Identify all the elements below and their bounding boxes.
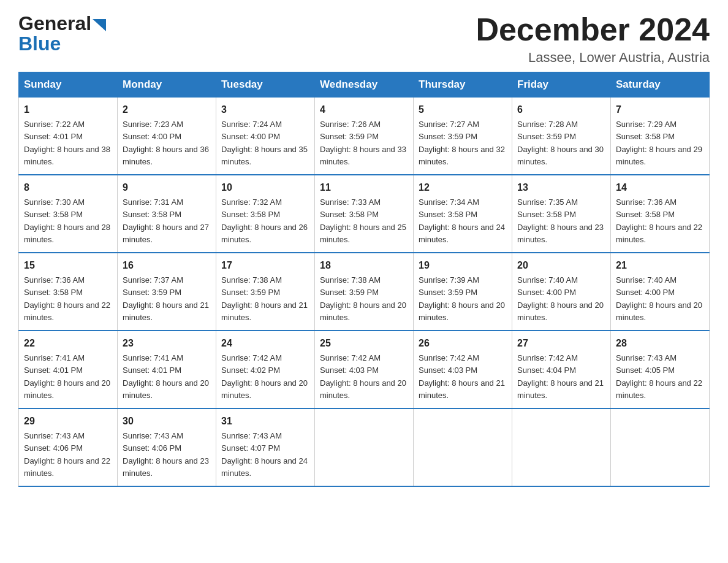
calendar-day-cell: 10 Sunrise: 7:32 AMSunset: 3:58 PMDaylig… (216, 175, 315, 253)
svg-marker-0 (93, 19, 106, 31)
day-number: 10 (221, 180, 309, 195)
logo-blue-text: Blue (18, 33, 61, 55)
day-number: 2 (123, 102, 211, 117)
day-number: 7 (616, 102, 704, 117)
logo: General Blue (18, 12, 106, 55)
day-number: 17 (221, 258, 309, 273)
day-number: 6 (517, 102, 605, 117)
calendar-week-row: 1 Sunrise: 7:22 AMSunset: 4:01 PMDayligh… (19, 98, 710, 175)
day-number: 14 (616, 180, 704, 195)
weekday-header-monday: Monday (118, 72, 216, 98)
day-info: Sunrise: 7:38 AMSunset: 3:59 PMDaylight:… (320, 275, 406, 322)
calendar-day-cell: 1 Sunrise: 7:22 AMSunset: 4:01 PMDayligh… (19, 98, 118, 175)
calendar-day-cell: 3 Sunrise: 7:24 AMSunset: 4:00 PMDayligh… (216, 98, 315, 175)
day-info: Sunrise: 7:43 AMSunset: 4:06 PMDaylight:… (123, 431, 209, 478)
day-number: 30 (123, 414, 211, 429)
calendar-day-cell (611, 408, 710, 486)
calendar-week-row: 29 Sunrise: 7:43 AMSunset: 4:06 PMDaylig… (19, 408, 710, 486)
month-title: December 2024 (476, 12, 710, 47)
calendar-day-cell: 16 Sunrise: 7:37 AMSunset: 3:59 PMDaylig… (118, 253, 216, 331)
day-number: 18 (320, 258, 408, 273)
day-info: Sunrise: 7:38 AMSunset: 3:59 PMDaylight:… (221, 275, 308, 322)
day-info: Sunrise: 7:26 AMSunset: 3:59 PMDaylight:… (320, 120, 406, 166)
calendar-day-cell: 20 Sunrise: 7:40 AMSunset: 4:00 PMDaylig… (512, 253, 611, 331)
day-number: 9 (123, 180, 211, 195)
day-number: 20 (517, 258, 605, 273)
day-number: 11 (320, 180, 408, 195)
day-info: Sunrise: 7:43 AMSunset: 4:06 PMDaylight:… (24, 431, 110, 478)
day-number: 23 (123, 336, 211, 351)
day-number: 3 (221, 102, 309, 117)
calendar-week-row: 22 Sunrise: 7:41 AMSunset: 4:01 PMDaylig… (19, 331, 710, 408)
calendar-day-cell: 28 Sunrise: 7:43 AMSunset: 4:05 PMDaylig… (611, 331, 710, 408)
day-info: Sunrise: 7:36 AMSunset: 3:58 PMDaylight:… (24, 275, 110, 322)
day-number: 29 (24, 414, 112, 429)
day-info: Sunrise: 7:32 AMSunset: 3:58 PMDaylight:… (221, 197, 308, 244)
logo-arrow-icon (91, 12, 106, 35)
title-section: December 2024 Lassee, Lower Austria, Aus… (476, 12, 710, 66)
calendar-day-cell: 2 Sunrise: 7:23 AMSunset: 4:00 PMDayligh… (118, 98, 216, 175)
day-number: 25 (320, 336, 408, 351)
day-info: Sunrise: 7:36 AMSunset: 3:58 PMDaylight:… (616, 197, 702, 244)
day-number: 5 (419, 102, 507, 117)
calendar-day-cell: 25 Sunrise: 7:42 AMSunset: 4:03 PMDaylig… (315, 331, 414, 408)
day-number: 16 (123, 258, 211, 273)
day-info: Sunrise: 7:43 AMSunset: 4:05 PMDaylight:… (616, 353, 702, 400)
calendar-day-cell (512, 408, 611, 486)
calendar-day-cell: 31 Sunrise: 7:43 AMSunset: 4:07 PMDaylig… (216, 408, 315, 486)
calendar-week-row: 8 Sunrise: 7:30 AMSunset: 3:58 PMDayligh… (19, 175, 710, 253)
day-info: Sunrise: 7:40 AMSunset: 4:00 PMDaylight:… (616, 275, 702, 322)
calendar-header-row: SundayMondayTuesdayWednesdayThursdayFrid… (19, 72, 710, 98)
day-info: Sunrise: 7:39 AMSunset: 3:59 PMDaylight:… (419, 275, 505, 322)
day-number: 28 (616, 336, 704, 351)
calendar-day-cell: 9 Sunrise: 7:31 AMSunset: 3:58 PMDayligh… (118, 175, 216, 253)
calendar-day-cell: 6 Sunrise: 7:28 AMSunset: 3:59 PMDayligh… (512, 98, 611, 175)
day-number: 19 (419, 258, 507, 273)
calendar-day-cell: 19 Sunrise: 7:39 AMSunset: 3:59 PMDaylig… (414, 253, 512, 331)
day-info: Sunrise: 7:33 AMSunset: 3:58 PMDaylight:… (320, 197, 406, 244)
calendar-day-cell: 7 Sunrise: 7:29 AMSunset: 3:58 PMDayligh… (611, 98, 710, 175)
weekday-header-wednesday: Wednesday (315, 72, 414, 98)
day-info: Sunrise: 7:23 AMSunset: 4:00 PMDaylight:… (123, 120, 209, 166)
day-number: 8 (24, 180, 112, 195)
day-number: 22 (24, 336, 112, 351)
calendar-day-cell: 18 Sunrise: 7:38 AMSunset: 3:59 PMDaylig… (315, 253, 414, 331)
weekday-header-saturday: Saturday (611, 72, 710, 98)
weekday-header-tuesday: Tuesday (216, 72, 315, 98)
calendar-day-cell: 11 Sunrise: 7:33 AMSunset: 3:58 PMDaylig… (315, 175, 414, 253)
weekday-header-sunday: Sunday (19, 72, 118, 98)
page-header: General Blue December 2024 Lassee, Lower… (18, 12, 710, 66)
calendar-day-cell: 15 Sunrise: 7:36 AMSunset: 3:58 PMDaylig… (19, 253, 118, 331)
calendar-day-cell (414, 408, 512, 486)
calendar-week-row: 15 Sunrise: 7:36 AMSunset: 3:58 PMDaylig… (19, 253, 710, 331)
day-number: 27 (517, 336, 605, 351)
day-info: Sunrise: 7:41 AMSunset: 4:01 PMDaylight:… (24, 353, 110, 400)
calendar-day-cell: 29 Sunrise: 7:43 AMSunset: 4:06 PMDaylig… (19, 408, 118, 486)
day-info: Sunrise: 7:28 AMSunset: 3:59 PMDaylight:… (517, 120, 604, 166)
day-info: Sunrise: 7:29 AMSunset: 3:58 PMDaylight:… (616, 120, 702, 166)
day-info: Sunrise: 7:42 AMSunset: 4:03 PMDaylight:… (419, 353, 505, 400)
day-info: Sunrise: 7:27 AMSunset: 3:59 PMDaylight:… (419, 120, 505, 166)
calendar-day-cell: 14 Sunrise: 7:36 AMSunset: 3:58 PMDaylig… (611, 175, 710, 253)
calendar-day-cell: 5 Sunrise: 7:27 AMSunset: 3:59 PMDayligh… (414, 98, 512, 175)
day-number: 1 (24, 102, 112, 117)
day-info: Sunrise: 7:43 AMSunset: 4:07 PMDaylight:… (221, 431, 308, 478)
calendar-day-cell: 26 Sunrise: 7:42 AMSunset: 4:03 PMDaylig… (414, 331, 512, 408)
calendar-day-cell: 8 Sunrise: 7:30 AMSunset: 3:58 PMDayligh… (19, 175, 118, 253)
day-info: Sunrise: 7:24 AMSunset: 4:00 PMDaylight:… (221, 120, 308, 166)
logo-general-text: General (18, 12, 91, 35)
day-number: 31 (221, 414, 309, 429)
day-number: 15 (24, 258, 112, 273)
weekday-header-friday: Friday (512, 72, 611, 98)
day-info: Sunrise: 7:41 AMSunset: 4:01 PMDaylight:… (123, 353, 209, 400)
day-info: Sunrise: 7:22 AMSunset: 4:01 PMDaylight:… (24, 120, 110, 166)
calendar-day-cell: 4 Sunrise: 7:26 AMSunset: 3:59 PMDayligh… (315, 98, 414, 175)
calendar-day-cell: 21 Sunrise: 7:40 AMSunset: 4:00 PMDaylig… (611, 253, 710, 331)
day-number: 21 (616, 258, 704, 273)
day-info: Sunrise: 7:42 AMSunset: 4:04 PMDaylight:… (517, 353, 604, 400)
calendar-day-cell: 24 Sunrise: 7:42 AMSunset: 4:02 PMDaylig… (216, 331, 315, 408)
day-info: Sunrise: 7:31 AMSunset: 3:58 PMDaylight:… (123, 197, 209, 244)
day-info: Sunrise: 7:30 AMSunset: 3:58 PMDaylight:… (24, 197, 110, 244)
calendar-day-cell: 22 Sunrise: 7:41 AMSunset: 4:01 PMDaylig… (19, 331, 118, 408)
calendar-day-cell: 23 Sunrise: 7:41 AMSunset: 4:01 PMDaylig… (118, 331, 216, 408)
